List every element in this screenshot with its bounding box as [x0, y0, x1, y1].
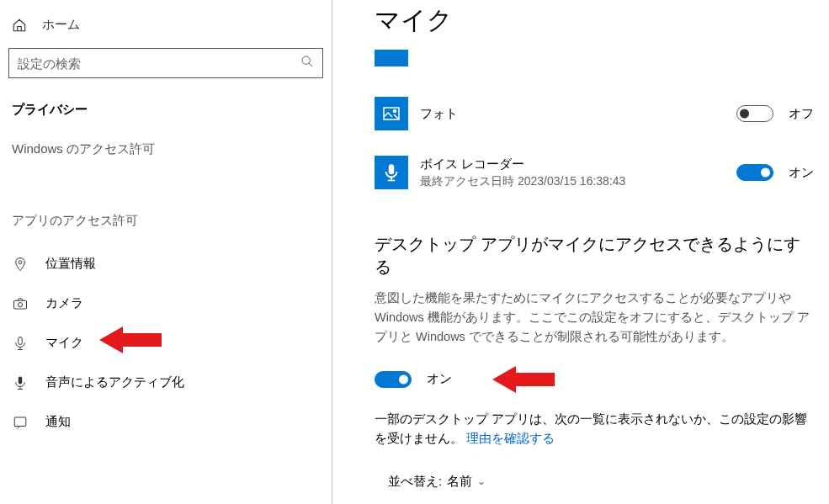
voice-recorder-icon: [375, 156, 408, 189]
sidebar-item-camera[interactable]: カメラ: [0, 284, 332, 323]
toggle-desktop-apps[interactable]: [375, 371, 412, 388]
svg-rect-7: [19, 376, 23, 384]
svg-marker-6: [99, 326, 162, 353]
svg-rect-11: [389, 164, 395, 174]
svg-rect-3: [14, 300, 27, 309]
notifications-icon: [12, 415, 29, 430]
sidebar-item-label: 位置情報: [45, 256, 96, 272]
svg-point-2: [19, 260, 22, 263]
toggle-voice-recorder[interactable]: [736, 164, 773, 181]
app-row-voice-recorder: ボイス レコーダー 最終アクセス日時 2023/03/15 16:38:43 オ…: [375, 151, 814, 210]
desktop-apps-note: 一部のデスクトップ アプリは、次の一覧に表示されないか、この設定の影響を受けませ…: [375, 410, 814, 474]
camera-icon: [12, 296, 29, 311]
svg-rect-13: [388, 180, 396, 182]
home-icon: [12, 18, 27, 33]
note-prefix: 一部のデスクトップ アプリは、次の一覧に表示されないか、この設定の影響を受けませ…: [375, 412, 807, 445]
svg-rect-5: [19, 337, 23, 344]
microphone-icon: [12, 336, 29, 351]
home-label: ホーム: [42, 17, 80, 33]
app-row-photos: フォト オフ: [375, 92, 814, 151]
toggle-label: オフ: [789, 106, 814, 122]
svg-point-0: [302, 56, 310, 64]
svg-line-1: [309, 63, 312, 66]
voice-activation-icon: [12, 375, 29, 390]
search-input[interactable]: [18, 56, 300, 71]
app-icon-partial: [375, 50, 408, 66]
annotation-arrow: [492, 364, 555, 395]
svg-point-10: [394, 110, 396, 113]
svg-rect-12: [391, 177, 392, 179]
sidebar-item-label: 音声によるアクティブ化: [45, 374, 184, 390]
toggle-label: オン: [789, 165, 814, 181]
sort-value: 名前: [447, 474, 472, 490]
home-link[interactable]: ホーム: [0, 10, 332, 48]
chevron-down-icon: ⌄: [477, 475, 486, 487]
sidebar-item-notifications[interactable]: 通知: [0, 402, 332, 442]
desktop-apps-section-desc: 意図した機能を果たすためにマイクにアクセスすることが必要なアプリや Window…: [375, 289, 814, 371]
sidebar-item-label: 通知: [45, 414, 71, 430]
svg-rect-8: [14, 417, 26, 427]
app-name: フォト: [420, 106, 725, 122]
app-name: ボイス レコーダー: [420, 157, 725, 172]
sidebar-item-label: マイク: [45, 335, 83, 351]
sidebar-item-location[interactable]: 位置情報: [0, 244, 332, 284]
main-content: マイク フォト オフ ボイス レコーダー 最終アクセス日時 2023/03/15…: [332, 0, 829, 504]
annotation-arrow: [99, 325, 162, 355]
sort-label: 並べ替え:: [388, 474, 442, 490]
page-title: マイク: [375, 0, 814, 50]
reason-link[interactable]: 理由を確認する: [466, 432, 555, 445]
sidebar-group-app-permissions: アプリのアクセス許可: [0, 206, 332, 244]
svg-point-4: [18, 302, 22, 306]
desktop-apps-toggle-row: オン: [375, 371, 814, 410]
toggle-photos[interactable]: [736, 105, 773, 122]
app-last-access: 最終アクセス日時 2023/03/15 16:38:43: [420, 174, 725, 189]
search-box[interactable]: [8, 48, 323, 78]
photos-icon: [375, 97, 408, 130]
sidebar-item-label: カメラ: [45, 295, 83, 311]
sidebar-heading-privacy: プライバシー: [0, 95, 332, 135]
sidebar-item-voice-activation[interactable]: 音声によるアクティブ化: [0, 363, 332, 402]
toggle-label: オン: [427, 371, 452, 387]
sort-row[interactable]: 並べ替え: 名前 ⌄: [375, 474, 814, 490]
desktop-apps-section-title: デスクトップ アプリがマイクにアクセスできるようにする: [375, 210, 814, 289]
sidebar: ホーム プライバシー Windows のアクセス許可 アプリのアクセス許可 位置…: [0, 0, 332, 504]
svg-marker-14: [492, 366, 555, 393]
search-icon: [300, 55, 314, 72]
sidebar-item-microphone[interactable]: マイク: [0, 323, 332, 363]
location-icon: [12, 257, 29, 272]
sidebar-group-windows-permissions: Windows のアクセス許可: [0, 135, 332, 172]
